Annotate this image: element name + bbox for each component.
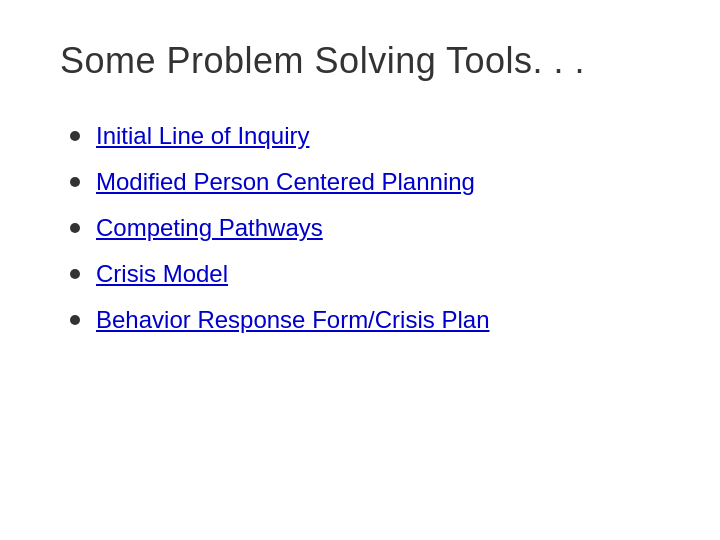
bullet-dot-icon <box>70 131 80 141</box>
bullet-dot-icon <box>70 177 80 187</box>
bullet-link-competing-pathways[interactable]: Competing Pathways <box>96 214 323 242</box>
list-item: Behavior Response Form/Crisis Plan <box>70 306 660 334</box>
bullet-link-modified-person[interactable]: Modified Person Centered Planning <box>96 168 475 196</box>
slide-title: Some Problem Solving Tools. . . <box>60 40 660 82</box>
bullet-dot-icon <box>70 269 80 279</box>
list-item: Initial Line of Inquiry <box>70 122 660 150</box>
bullet-dot-icon <box>70 223 80 233</box>
bullet-link-behavior-response[interactable]: Behavior Response Form/Crisis Plan <box>96 306 489 334</box>
bullet-link-initial-line[interactable]: Initial Line of Inquiry <box>96 122 309 150</box>
bullet-list: Initial Line of InquiryModified Person C… <box>60 122 660 334</box>
list-item: Crisis Model <box>70 260 660 288</box>
list-item: Competing Pathways <box>70 214 660 242</box>
bullet-dot-icon <box>70 315 80 325</box>
slide: Some Problem Solving Tools. . . Initial … <box>0 0 720 540</box>
bullet-link-crisis-model[interactable]: Crisis Model <box>96 260 228 288</box>
list-item: Modified Person Centered Planning <box>70 168 660 196</box>
